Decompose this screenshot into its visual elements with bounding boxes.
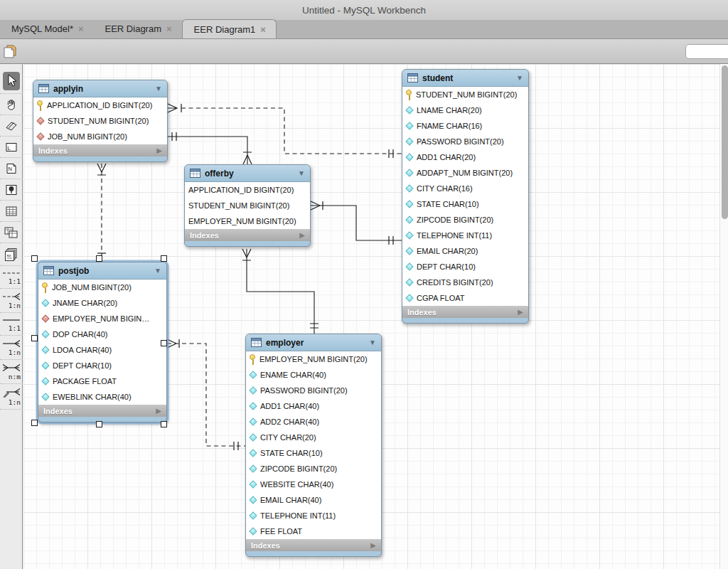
- connection-offerby-employer[interactable]: [242, 249, 318, 334]
- expand-arrow-icon[interactable]: ▶: [156, 147, 162, 154]
- column-row[interactable]: LDOA CHAR(40): [38, 342, 166, 358]
- tool-layer[interactable]: L: [0, 137, 23, 158]
- column-row[interactable]: CGPA FLOAT: [402, 290, 528, 306]
- expand-arrow-icon[interactable]: ▶: [518, 308, 523, 316]
- collapse-icon[interactable]: ▼: [516, 74, 523, 82]
- indexes-bar[interactable]: Indexes▶: [402, 306, 528, 318]
- table-figure-student[interactable]: student▼STUDENT_NUM BIGINT(20)LNAME CHAR…: [402, 69, 529, 324]
- tool-pan[interactable]: [0, 94, 23, 115]
- tool-routine-group[interactable]: so: [0, 243, 23, 266]
- tool-table[interactable]: [0, 201, 23, 222]
- selection-handle[interactable]: [96, 255, 102, 262]
- column-row[interactable]: STUDENT_NUM BIGINT(20): [33, 113, 167, 129]
- vertical-scrollbar[interactable]: [719, 64, 728, 569]
- table-header[interactable]: postjob▼: [38, 262, 166, 280]
- column-row[interactable]: ZIPCODE BIGINT(20): [246, 461, 381, 477]
- column-row[interactable]: EMPLOYER_NUM BIGINT(20): [185, 213, 310, 229]
- tool-rel-1to1-identifying[interactable]: 1:1: [0, 313, 23, 336]
- tool-rel-1ton-identifying[interactable]: 1:n: [0, 336, 23, 360]
- column-row[interactable]: TELEPHONE INT(11): [402, 228, 528, 243]
- table-figure-postjob[interactable]: postjob▼JOB_NUM BIGINT(20)JNAME CHAR(20)…: [38, 262, 167, 422]
- column-row[interactable]: EMPLOYER_NUM BIGIN…: [38, 311, 166, 326]
- connection-postjob-employer[interactable]: [167, 339, 245, 450]
- column-row[interactable]: DEPT CHAR(10): [402, 259, 528, 275]
- close-icon[interactable]: ×: [260, 24, 266, 35]
- tool-rel-1to1-nonidentifying[interactable]: 1:1: [0, 266, 23, 289]
- indexes-bar[interactable]: Indexes▶: [33, 144, 167, 156]
- column-row[interactable]: STUDENT_NUM BIGINT(20): [402, 87, 528, 102]
- collapse-icon[interactable]: ▼: [155, 85, 162, 92]
- diagram-canvas[interactable]: applyin▼APPLICATION_ID BIGINT(20)STUDENT…: [23, 64, 728, 569]
- column-row[interactable]: DOP CHAR(40): [38, 326, 166, 342]
- column-row[interactable]: ADD1 CHAR(20): [402, 149, 528, 165]
- column-row[interactable]: DEPT CHAR(10): [38, 358, 166, 373]
- selection-handle[interactable]: [31, 255, 38, 262]
- column-row[interactable]: JOB_NUM BIGINT(20): [33, 129, 167, 144]
- column-row[interactable]: FNAME CHAR(16): [402, 118, 528, 134]
- column-row[interactable]: ENAME CHAR(40): [246, 367, 381, 383]
- connection-applyin-offerby[interactable]: [168, 132, 252, 164]
- selection-handle[interactable]: [161, 421, 167, 427]
- column-row[interactable]: ADD1 CHAR(40): [246, 398, 381, 414]
- column-row[interactable]: TELEPHONE INT(11): [246, 508, 381, 523]
- expand-arrow-icon[interactable]: ▶: [299, 231, 305, 239]
- expand-arrow-icon[interactable]: ▶: [156, 407, 161, 415]
- tool-eraser[interactable]: [0, 115, 23, 137]
- selection-handle[interactable]: [161, 255, 167, 262]
- collapse-icon[interactable]: ▼: [154, 267, 161, 275]
- tab-eer-diagram[interactable]: EER Diagram ×: [94, 19, 182, 38]
- scrollbar-thumb[interactable]: [722, 65, 728, 219]
- selection-handle[interactable]: [31, 335, 38, 341]
- tab-eer-diagram1[interactable]: EER Diagram1 ×: [182, 19, 277, 38]
- table-figure-offerby[interactable]: offerby▼APPLICATION_ID BIGINT(20)STUDENT…: [184, 164, 311, 247]
- collapse-icon[interactable]: ▼: [298, 169, 305, 177]
- tool-rel-1ton-existing-columns[interactable]: 1:n: [0, 384, 23, 410]
- connection-applyin-student[interactable]: [168, 104, 402, 158]
- tool-rel-ntom[interactable]: n:m: [0, 360, 23, 384]
- search-input[interactable]: [685, 44, 728, 59]
- connection-offerby-student[interactable]: [311, 201, 402, 245]
- column-row[interactable]: APPLICATION_ID BIGINT(20): [33, 97, 167, 113]
- column-row[interactable]: STUDENT_NUM BIGINT(20): [185, 198, 310, 213]
- column-row[interactable]: CREDITS BIGINT(20): [402, 275, 528, 290]
- collapse-icon[interactable]: ▼: [369, 339, 376, 346]
- tool-image[interactable]: [0, 179, 23, 201]
- column-row[interactable]: CITY CHAR(16): [402, 181, 528, 196]
- close-icon[interactable]: ×: [78, 23, 84, 34]
- table-header[interactable]: offerby▼: [185, 165, 310, 182]
- column-row[interactable]: PASSWORD BIGINT(20): [402, 134, 528, 149]
- tab-mysql-model[interactable]: MySQL Model* ×: [0, 19, 94, 38]
- new-document-icon[interactable]: [2, 43, 18, 60]
- column-row[interactable]: EMAIL CHAR(40): [246, 492, 381, 508]
- column-row[interactable]: PASSWORD BIGINT(20): [246, 383, 381, 398]
- column-row[interactable]: LNAME CHAR(20): [402, 102, 528, 118]
- indexes-bar[interactable]: Indexes▶: [246, 539, 381, 551]
- column-row[interactable]: ADDAPT_NUM BIGINT(20): [402, 165, 528, 181]
- column-row[interactable]: ADD2 CHAR(40): [246, 414, 381, 430]
- connection-applyin-postjob[interactable]: [97, 164, 106, 262]
- table-header[interactable]: employer▼: [246, 334, 381, 351]
- selection-handle[interactable]: [96, 421, 102, 427]
- selection-handle[interactable]: [161, 340, 167, 346]
- column-row[interactable]: ZIPCODE BIGINT(20): [402, 212, 528, 228]
- table-figure-applyin[interactable]: applyin▼APPLICATION_ID BIGINT(20)STUDENT…: [33, 80, 168, 162]
- column-row[interactable]: APPLICATION_ID BIGINT(20): [185, 182, 310, 198]
- tool-rel-1ton-nonidentifying[interactable]: 1:n: [0, 289, 23, 313]
- column-row[interactable]: FEE FLOAT: [246, 523, 381, 539]
- tool-select[interactable]: [0, 68, 23, 94]
- column-row[interactable]: CITY CHAR(20): [246, 430, 381, 445]
- column-row[interactable]: JNAME CHAR(20): [38, 295, 166, 311]
- selection-handle[interactable]: [31, 420, 38, 426]
- table-header[interactable]: applyin▼: [33, 80, 167, 97]
- column-row[interactable]: WEBSITE CHAR(40): [246, 477, 381, 492]
- indexes-bar[interactable]: Indexes▶: [38, 405, 166, 417]
- tool-note[interactable]: N: [0, 158, 23, 179]
- tool-view[interactable]: [0, 222, 23, 243]
- column-row[interactable]: JOB_NUM BIGINT(20): [38, 280, 166, 295]
- column-row[interactable]: EMPLOYER_NUM BIGINT(20): [246, 351, 381, 367]
- table-header[interactable]: student▼: [402, 70, 528, 87]
- column-row[interactable]: STATE CHAR(10): [246, 445, 381, 461]
- close-icon[interactable]: ×: [166, 23, 172, 34]
- column-row[interactable]: EWEBLINK CHAR(40): [38, 389, 166, 405]
- column-row[interactable]: EMAIL CHAR(20): [402, 243, 528, 259]
